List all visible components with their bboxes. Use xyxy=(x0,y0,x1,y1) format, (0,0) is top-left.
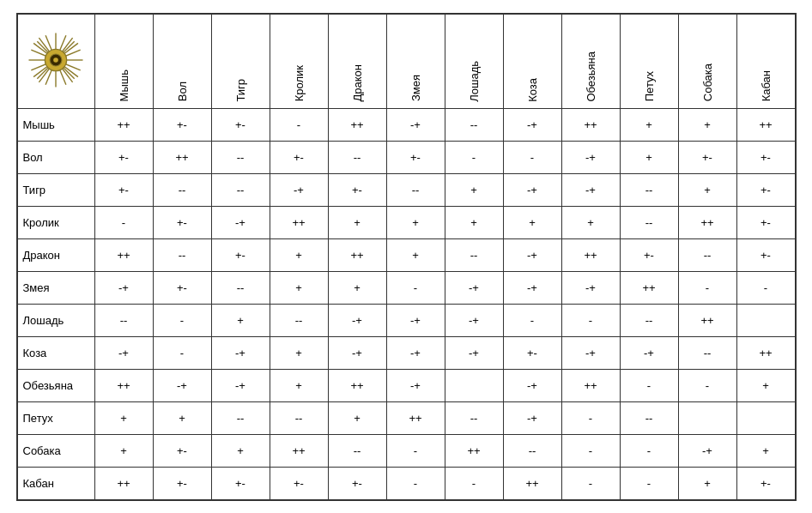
cell-6-9: -- xyxy=(620,304,678,336)
column-header-10: Собака xyxy=(678,14,736,108)
cell-4-6: -- xyxy=(445,238,503,271)
column-header-7: Коза xyxy=(503,14,561,108)
cell-4-10: -- xyxy=(678,238,736,271)
cell-10-5: - xyxy=(386,434,445,467)
row-label-5: Змея xyxy=(17,271,94,304)
cell-4-11: +- xyxy=(736,238,795,271)
cell-5-6: -+ xyxy=(445,271,503,304)
cell-0-1: +- xyxy=(153,108,211,141)
cell-2-2: -- xyxy=(211,173,270,206)
cell-1-5: +- xyxy=(386,141,445,173)
cell-4-0: ++ xyxy=(94,238,153,271)
cell-8-9: - xyxy=(620,369,678,401)
cell-9-1: + xyxy=(153,401,211,434)
cell-9-8: - xyxy=(561,401,620,434)
cell-3-0: - xyxy=(94,206,153,238)
column-header-4: Дракон xyxy=(328,14,386,108)
cell-8-8: ++ xyxy=(561,369,620,401)
svg-point-26 xyxy=(53,57,58,63)
cell-7-7: +- xyxy=(503,336,561,369)
column-header-label-6: Лошадь xyxy=(468,61,481,102)
cell-1-11: +- xyxy=(736,141,795,173)
cell-10-6: ++ xyxy=(445,434,503,467)
column-header-label-10: Собака xyxy=(701,63,714,101)
column-header-9: Петух xyxy=(620,14,678,108)
cell-2-10: + xyxy=(678,173,736,206)
row-label-3: Кролик xyxy=(17,206,94,238)
table-row: Кролик-+--++++++++--+++- xyxy=(17,206,795,238)
compatibility-table: МышьВолТигрКроликДраконЗмеяЛошадьКозаОбе… xyxy=(16,13,797,501)
cell-0-8: ++ xyxy=(561,108,620,141)
cell-0-0: ++ xyxy=(94,108,153,141)
cell-8-10: - xyxy=(678,369,736,401)
column-header-label-2: Тигр xyxy=(234,79,247,102)
cell-4-2: +- xyxy=(211,238,270,271)
cell-7-6: -+ xyxy=(445,336,503,369)
cell-1-2: -- xyxy=(211,141,270,173)
row-label-10: Собака xyxy=(17,434,94,467)
column-header-label-4: Дракон xyxy=(351,64,364,102)
cell-5-10: - xyxy=(678,271,736,304)
cell-6-8: - xyxy=(561,304,620,336)
cell-5-7: -+ xyxy=(503,271,561,304)
cell-11-3: +- xyxy=(270,467,328,499)
cell-9-11 xyxy=(736,401,795,434)
cell-10-8: - xyxy=(561,434,620,467)
table-row: Коза-+--++-+-+-++--+-+--++ xyxy=(17,336,795,369)
column-header-label-7: Коза xyxy=(526,78,539,102)
column-header-label-9: Петух xyxy=(643,71,656,101)
cell-6-11 xyxy=(736,304,795,336)
row-label-7: Коза xyxy=(17,336,94,369)
cell-3-11: +- xyxy=(736,206,795,238)
cell-6-10: ++ xyxy=(678,304,736,336)
cell-7-9: -+ xyxy=(620,336,678,369)
column-header-label-11: Кабан xyxy=(760,70,773,101)
cell-8-5: -+ xyxy=(386,369,445,401)
cell-11-9: - xyxy=(620,467,678,499)
column-header-label-3: Кролик xyxy=(293,65,306,101)
cell-0-5: -+ xyxy=(386,108,445,141)
cell-9-6: -- xyxy=(445,401,503,434)
cell-5-8: -+ xyxy=(561,271,620,304)
cell-1-7: - xyxy=(503,141,561,173)
cell-9-0: + xyxy=(94,401,153,434)
cell-10-7: -- xyxy=(503,434,561,467)
column-header-label-8: Обезьяна xyxy=(585,51,597,102)
cell-8-4: ++ xyxy=(328,369,386,401)
column-header-label-0: Мышь xyxy=(118,69,130,101)
table-row: Тигр+------++---+-+-+--++- xyxy=(17,173,795,206)
cell-9-9: -- xyxy=(620,401,678,434)
cell-3-5: + xyxy=(386,206,445,238)
cell-0-2: +- xyxy=(211,108,270,141)
cell-5-1: +- xyxy=(153,271,211,304)
cell-3-4: + xyxy=(328,206,386,238)
row-label-9: Петух xyxy=(17,401,94,434)
cell-3-3: ++ xyxy=(270,206,328,238)
cell-11-10: + xyxy=(678,467,736,499)
cell-9-10 xyxy=(678,401,736,434)
table-row: Обезьяна++-+-++++-+-+++--+ xyxy=(17,369,795,401)
cell-7-2: -+ xyxy=(211,336,270,369)
cell-5-9: ++ xyxy=(620,271,678,304)
cell-3-1: +- xyxy=(153,206,211,238)
cell-1-1: ++ xyxy=(153,141,211,173)
cell-10-3: ++ xyxy=(270,434,328,467)
cell-2-5: -- xyxy=(386,173,445,206)
cell-9-7: -+ xyxy=(503,401,561,434)
cell-7-11: ++ xyxy=(736,336,795,369)
cell-2-11: +- xyxy=(736,173,795,206)
cell-6-5: -+ xyxy=(386,304,445,336)
cell-3-9: -- xyxy=(620,206,678,238)
cell-8-6 xyxy=(445,369,503,401)
corner-cell xyxy=(17,14,94,108)
cell-7-8: -+ xyxy=(561,336,620,369)
cell-8-0: ++ xyxy=(94,369,153,401)
cell-1-4: -- xyxy=(328,141,386,173)
cell-7-0: -+ xyxy=(94,336,153,369)
column-header-2: Тигр xyxy=(211,14,270,108)
cell-1-3: +- xyxy=(270,141,328,173)
cell-6-7: - xyxy=(503,304,561,336)
cell-11-11: +- xyxy=(736,467,795,499)
cell-7-4: -+ xyxy=(328,336,386,369)
cell-3-8: + xyxy=(561,206,620,238)
